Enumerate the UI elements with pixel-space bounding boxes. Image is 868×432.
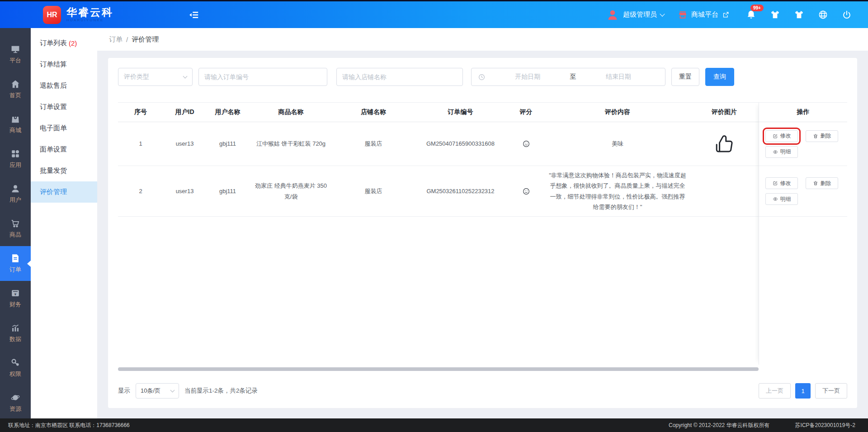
- primary-sidebar: 平台 首页 商城 应用 用户 商品 订单 ¥ 财务 数据 权限 资源: [0, 28, 31, 418]
- sidebar-item-finance[interactable]: ¥ 财务: [0, 281, 31, 316]
- logo-subtitle: HUARUIYUNKE: [66, 19, 113, 22]
- review-management-card: 评价类型 开始日期 至 结束日期 重置 查询 序号 用户ID 用户名称 商品名: [108, 58, 857, 408]
- page-number-1[interactable]: 1: [795, 383, 811, 399]
- breadcrumb: 订单 / 评价管理: [97, 28, 868, 51]
- reviews-table: 序号 用户ID 用户名称 商品名称 店铺名称 订单编号 评分 评价内容 评价图片…: [118, 102, 847, 365]
- next-page-button[interactable]: 下一页: [815, 383, 847, 399]
- submenu-item-e-waybill[interactable]: 电子面单: [31, 118, 97, 139]
- submenu-item-batch-shipping[interactable]: 批量发货: [31, 160, 97, 181]
- clock-icon: [478, 73, 486, 81]
- skin-shirt-icon[interactable]: [794, 9, 804, 20]
- sidebar-item-orders[interactable]: 订单: [0, 246, 31, 281]
- svg-text:¥: ¥: [14, 292, 17, 296]
- footer-copyright: Copyright © 2012-2022 华睿云科版权所有: [669, 422, 770, 429]
- main-content: 订单 / 评价管理 评价类型 开始日期 至 结束日期 重置 查询: [97, 28, 868, 418]
- notifications-bell[interactable]: 99+: [746, 9, 756, 20]
- order-number-input[interactable]: [198, 68, 327, 86]
- eye-icon: [773, 149, 778, 155]
- theme-shirt-icon[interactable]: [770, 9, 780, 20]
- breadcrumb-parent[interactable]: 订单: [109, 35, 123, 44]
- rating-cell: [507, 140, 545, 148]
- start-date-placeholder[interactable]: 开始日期: [487, 73, 568, 81]
- review-type-select[interactable]: 评价类型: [118, 68, 193, 86]
- pagination-summary: 当前显示1-2条，共2条记录: [184, 387, 258, 395]
- external-link-icon: [722, 11, 730, 19]
- sidebar-collapse-icon[interactable]: [188, 9, 200, 21]
- delete-button[interactable]: 删除: [806, 177, 838, 189]
- admin-menu[interactable]: 超级管理员: [606, 8, 664, 22]
- submenu-item-order-list[interactable]: 订单列表 (2): [31, 33, 97, 54]
- delete-button-label: 删除: [821, 180, 831, 187]
- user-icon: [10, 184, 20, 194]
- key-icon: [10, 358, 20, 368]
- row1-actions: 修改 删除 明细: [759, 122, 847, 166]
- breadcrumb-current: 评价管理: [132, 35, 159, 44]
- mall-platform-link[interactable]: 商城平台: [678, 10, 730, 20]
- active-notch: [27, 261, 31, 267]
- footer-contact: 联系地址：南京市栖霞区 联系电话：17368736666: [8, 422, 130, 429]
- mall-platform-label: 商城平台: [691, 10, 718, 19]
- submenu-item-order-settlement[interactable]: 订单结算: [31, 54, 97, 75]
- review-image-cell[interactable]: [690, 133, 759, 155]
- sidebar-item-mall[interactable]: 商城: [0, 107, 31, 142]
- order-list-count: (2): [69, 39, 77, 47]
- horizontal-scrollbar[interactable]: [118, 367, 759, 371]
- sidebar-item-goods[interactable]: 商品: [0, 211, 31, 246]
- edit-button[interactable]: 修改: [765, 177, 798, 189]
- page-size-select[interactable]: 10条/页: [136, 383, 179, 399]
- row2-actions: 修改 删除 明细: [759, 166, 847, 217]
- shop-name-input[interactable]: [336, 68, 463, 86]
- edit-icon: [773, 180, 778, 186]
- cart-icon: [10, 218, 20, 228]
- delete-button-label: 删除: [821, 132, 831, 140]
- scrollbar-thumb[interactable]: [118, 367, 759, 371]
- prev-page-button[interactable]: 上一页: [759, 383, 791, 399]
- pagination-bar: 显示 10条/页 当前显示1-2条，共2条记录 上一页 1 下一页: [118, 383, 847, 399]
- table-empty-area: [118, 217, 759, 365]
- submenu-item-order-settings[interactable]: 订单设置: [31, 96, 97, 118]
- footer-icp: 苏ICP备2023001019号-2: [795, 422, 855, 429]
- reset-button[interactable]: 重置: [671, 68, 699, 86]
- edit-button[interactable]: 修改: [765, 130, 798, 142]
- detail-button[interactable]: 明细: [765, 193, 798, 205]
- submenu-item-review-management[interactable]: 评价管理: [31, 181, 97, 203]
- planet-icon: [10, 393, 20, 403]
- page-footer: 联系地址：南京市栖霞区 联系电话：17368736666 Copyright ©…: [0, 418, 868, 432]
- smiley-face-icon: [522, 187, 530, 195]
- bar-chart-icon: [10, 323, 20, 333]
- table-row: 2 user13 gbj111 劲家庄 经典牛奶燕麦片 350克/袋 服装店 G…: [118, 166, 759, 217]
- detail-button[interactable]: 明细: [765, 146, 798, 158]
- logout-power-icon[interactable]: [842, 10, 852, 20]
- top-header-bar: HR 华睿云科 HUARUIYUNKE 超级管理员 商城平台 99+: [0, 0, 868, 28]
- breadcrumb-separator: /: [126, 36, 128, 43]
- avatar-icon: [606, 8, 619, 22]
- shop-icon: [678, 10, 688, 20]
- edit-button-label: 修改: [780, 180, 791, 187]
- date-range-picker[interactable]: 开始日期 至 结束日期: [471, 68, 665, 86]
- language-globe-icon[interactable]: [818, 9, 828, 20]
- sidebar-item-platform[interactable]: 平台: [0, 37, 31, 72]
- cashbox-icon: ¥: [10, 288, 20, 298]
- trash-icon: [813, 180, 818, 186]
- edit-button-label: 修改: [780, 132, 791, 140]
- logo-badge-icon: HR: [43, 6, 61, 24]
- sidebar-item-data[interactable]: 数据: [0, 316, 31, 351]
- submenu-item-waybill-settings[interactable]: 面单设置: [31, 139, 97, 160]
- admin-label: 超级管理员: [623, 10, 657, 19]
- filter-bar: 评价类型 开始日期 至 结束日期 重置 查询: [118, 68, 847, 86]
- monitor-icon: [10, 44, 20, 54]
- search-button[interactable]: 查询: [705, 68, 734, 86]
- end-date-placeholder[interactable]: 结束日期: [578, 73, 659, 81]
- apps-grid-icon: [10, 149, 20, 159]
- page-size-label: 显示: [118, 387, 130, 395]
- date-range-to: 至: [570, 73, 576, 81]
- submenu-item-refund-aftersale[interactable]: 退款售后: [31, 75, 97, 96]
- sidebar-item-apps[interactable]: 应用: [0, 142, 31, 176]
- delete-button[interactable]: 删除: [806, 130, 838, 142]
- sidebar-item-home[interactable]: 首页: [0, 72, 31, 107]
- sidebar-item-permissions[interactable]: 权限: [0, 351, 31, 385]
- shopping-bag-icon: [10, 114, 20, 124]
- sidebar-item-users[interactable]: 用户: [0, 176, 31, 211]
- smiley-face-icon: [522, 140, 530, 148]
- sidebar-item-resources[interactable]: 资源: [0, 385, 31, 418]
